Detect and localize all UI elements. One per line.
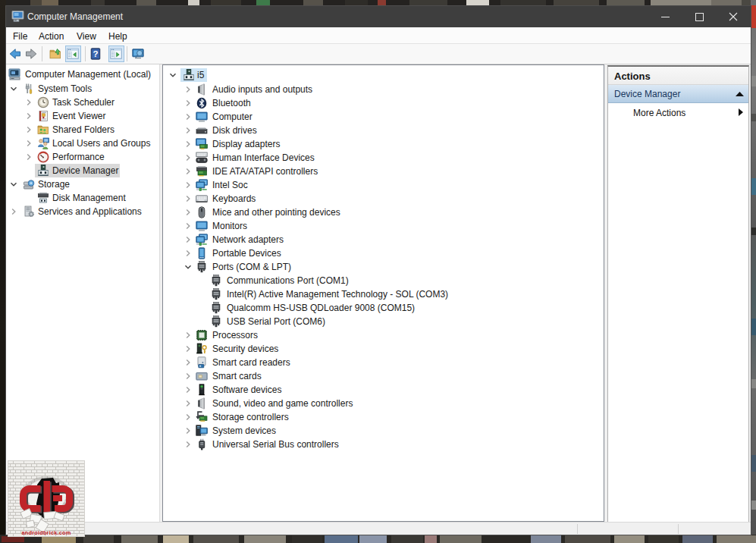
svg-text:androidbrick.com: androidbrick.com	[21, 529, 71, 536]
svg-text:?: ?	[93, 49, 98, 58]
